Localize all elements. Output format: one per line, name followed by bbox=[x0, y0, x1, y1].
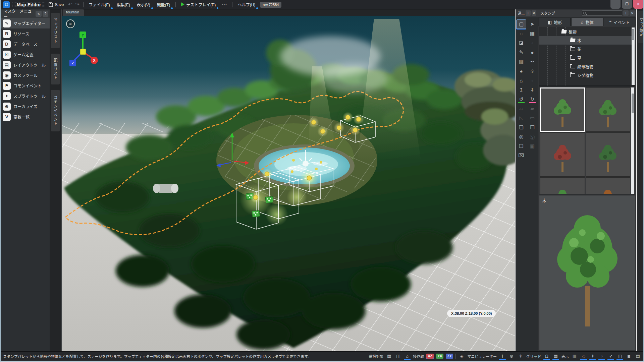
search-input[interactable] bbox=[582, 10, 622, 16]
sidebar-item-layout-tool[interactable]: ▤ レイアウトツール bbox=[1, 60, 50, 70]
axis-zy-button[interactable]: ZY bbox=[446, 354, 453, 359]
undo-icon[interactable]: ↶ bbox=[67, 1, 74, 8]
viewport-tab-fountain[interactable]: fountain bbox=[63, 9, 84, 16]
axis-yx-button[interactable]: YX bbox=[436, 354, 443, 359]
menu-help[interactable]: ヘルプ(H) bbox=[234, 0, 259, 9]
tool-raise-terrain[interactable]: ↥ bbox=[516, 85, 526, 95]
sidebar-item-variable-list[interactable]: V 変数一覧 bbox=[1, 112, 50, 122]
save-button[interactable]: Save bbox=[46, 1, 66, 9]
viewport[interactable]: fountain bbox=[62, 9, 515, 351]
thumbs-scrollbar[interactable] bbox=[631, 87, 634, 194]
tab-object[interactable]: ⌂ 物体 bbox=[571, 18, 603, 26]
more-button[interactable]: ••• bbox=[219, 3, 230, 6]
menu-edit[interactable]: 編集(E) bbox=[113, 0, 133, 9]
scene-3d[interactable]: ≡ Y X Z X:38.00 Z:18.00 (Y:0.00) bbox=[62, 16, 515, 351]
manipulator-move-icon[interactable]: ✛ bbox=[499, 353, 506, 359]
sidebar-item-localize[interactable]: ⊕ ローカライズ bbox=[1, 101, 50, 112]
stamp-tree-green-1[interactable] bbox=[540, 87, 585, 132]
close-icon[interactable]: ✕ bbox=[630, 10, 635, 16]
tab-terrain[interactable]: ◧ 地形 bbox=[539, 18, 571, 26]
stamp-tree-dark-green[interactable] bbox=[586, 132, 631, 177]
tool-mesh-brush[interactable]: ▨ bbox=[516, 57, 526, 66]
stamp-tree-green-2[interactable] bbox=[586, 87, 631, 132]
view-sphere-icon[interactable]: ◔ bbox=[598, 353, 605, 359]
redo-icon[interactable]: ↷ bbox=[74, 1, 81, 8]
stamp-tree-green-3[interactable] bbox=[540, 177, 585, 194]
pin-icon[interactable]: Т bbox=[623, 10, 629, 16]
view-layout-icon[interactable]: ▥ bbox=[571, 353, 578, 359]
tool-shovel[interactable]: ♠ bbox=[516, 66, 526, 76]
help-button[interactable]: ? bbox=[43, 11, 48, 17]
grid-magnet-icon[interactable]: Ω bbox=[543, 353, 550, 359]
tool-rect-select[interactable]: ▢ bbox=[516, 19, 526, 29]
tree-node-grass[interactable]: 草 bbox=[539, 53, 635, 62]
tool-rotate-x[interactable]: ↻ bbox=[527, 95, 537, 104]
tree-node-tropical[interactable]: 熱帯植物 bbox=[539, 62, 635, 71]
close-button[interactable]: ✕ bbox=[633, 0, 643, 9]
tool-block-select[interactable]: ▦ bbox=[527, 29, 537, 38]
tool-trash[interactable]: ⌧ bbox=[516, 151, 526, 160]
tab-event[interactable]: ❝ イベント bbox=[604, 18, 635, 26]
minimize-button[interactable]: — bbox=[610, 0, 621, 9]
tree-node-fern[interactable]: シダ植物 bbox=[539, 71, 635, 79]
tool-send-backward[interactable]: ❐ bbox=[527, 123, 537, 132]
snap-icon[interactable]: ◈ bbox=[458, 353, 465, 359]
tool-bring-forward[interactable]: ❏ bbox=[516, 123, 526, 132]
collapse-button[interactable]: < bbox=[36, 11, 41, 17]
tool-face-select[interactable]: ◪ bbox=[516, 38, 526, 48]
tool-lasso-select[interactable]: ◌ bbox=[516, 29, 526, 38]
menu-file[interactable]: ファイル(F) bbox=[86, 0, 113, 9]
pin-icon[interactable]: Т bbox=[526, 10, 530, 16]
tool-node-select[interactable]: ➤ bbox=[527, 19, 537, 29]
manipulator-rotate-icon[interactable]: ⊕ bbox=[508, 353, 515, 359]
axis-navigation-gizmo[interactable]: Y X Z bbox=[67, 30, 98, 72]
tool-light[interactable]: ◎ bbox=[516, 132, 526, 141]
restore-button[interactable]: ❐ bbox=[622, 0, 632, 9]
tool-lower-terrain[interactable]: ↧ bbox=[527, 85, 537, 95]
tab-common-event[interactable]: コモンイベント bbox=[51, 90, 60, 131]
tool-pen[interactable]: ✎ bbox=[516, 48, 526, 57]
sidebar-item-camera-tool[interactable]: ◉ カメラツール bbox=[1, 70, 50, 80]
tree-node-plants[interactable]: 植物 bbox=[539, 27, 635, 36]
tab-map-list[interactable]: マップリスト bbox=[51, 13, 60, 48]
view-books-icon[interactable]: ▤ bbox=[635, 353, 641, 359]
tree-node-trees[interactable]: 木 bbox=[539, 36, 635, 45]
stamp-tree-orange[interactable] bbox=[586, 177, 631, 194]
tree-scrollbar[interactable] bbox=[632, 27, 635, 85]
select-grid-icon[interactable]: ▦ bbox=[386, 353, 392, 359]
view-wireframe-icon[interactable]: ◇ bbox=[580, 353, 587, 359]
tool-house[interactable]: ⌂ bbox=[516, 76, 526, 85]
axis-xz-button[interactable]: XZ bbox=[426, 354, 434, 359]
tool-blob-brush[interactable]: ● bbox=[527, 48, 537, 57]
sidebar-item-game-define[interactable]: ⚄ ゲーム定義 bbox=[1, 49, 50, 60]
stamp-thumbnail-grid bbox=[539, 86, 635, 194]
tool-rotate-y[interactable]: ↺ bbox=[516, 95, 526, 104]
tab-map-settings[interactable]: マップ設定 bbox=[638, 11, 644, 43]
database-icon: D bbox=[3, 40, 11, 48]
tool-shovel-remove[interactable]: ♤ bbox=[527, 66, 537, 76]
tool-eyedropper[interactable]: ✒ bbox=[527, 57, 537, 66]
manipulator-scale-icon[interactable]: ✳ bbox=[517, 353, 524, 359]
view-character-icon[interactable]: ➶ bbox=[607, 353, 614, 359]
view-collision-icon[interactable]: ◫ bbox=[616, 353, 623, 359]
grid-table-icon[interactable]: ▦ bbox=[552, 353, 559, 359]
sidebar-item-resource[interactable]: R リソース bbox=[1, 28, 50, 39]
close-icon[interactable]: ✕ bbox=[532, 10, 536, 16]
stamp-tree-red[interactable] bbox=[540, 132, 585, 177]
menu-function[interactable]: 機能(T) bbox=[154, 0, 173, 9]
sidebar-item-map-editor[interactable]: ✎ マップエディター bbox=[1, 18, 50, 28]
viewport-menu-button[interactable]: ≡ bbox=[66, 19, 75, 28]
view-light-icon[interactable]: ☀ bbox=[589, 353, 596, 359]
view-camera-icon[interactable]: ◙ bbox=[626, 353, 632, 359]
select-building-icon[interactable]: ⌂ bbox=[404, 353, 411, 359]
open-folder-icon bbox=[570, 39, 576, 42]
tool-copy[interactable]: ❑ bbox=[516, 141, 526, 151]
sidebar-item-database[interactable]: D データベース bbox=[1, 39, 50, 49]
sidebar-item-sprite-tool[interactable]: ✦ スプライトツール bbox=[1, 91, 50, 101]
tree-node-flowers[interactable]: 花 bbox=[539, 45, 635, 53]
tab-placement-list[interactable]: 配置リスト bbox=[51, 54, 60, 84]
menu-view[interactable]: 表示(V) bbox=[133, 0, 154, 9]
select-lock-icon[interactable]: ◫ bbox=[395, 353, 401, 359]
sidebar-item-common-event[interactable]: ⚑ コモンイベント bbox=[1, 80, 50, 91]
menu-testplay[interactable]: テストプレイ(P) bbox=[178, 0, 219, 9]
